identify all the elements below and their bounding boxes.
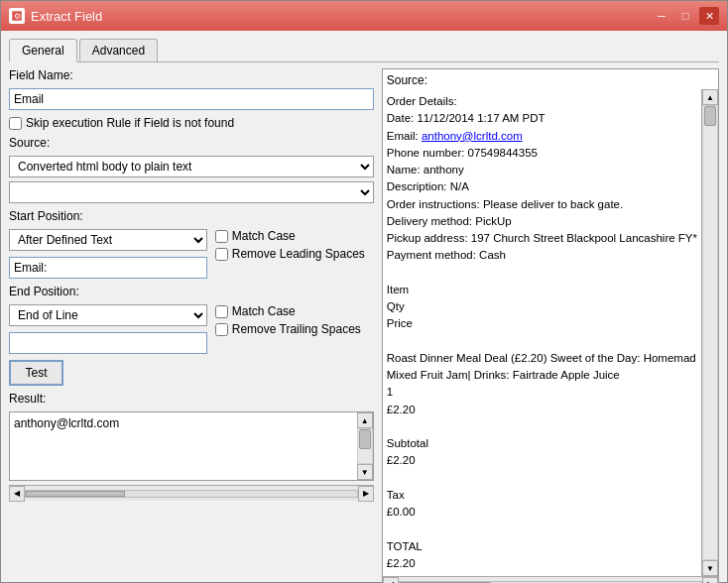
source-select[interactable]: Converted html body to plain text	[9, 156, 374, 177]
right-vscrollbar[interactable]: ▲ ▼	[701, 89, 718, 576]
source-line-15: Roast Dinner Meal Deal (£2.20) Sweet of …	[387, 350, 697, 367]
right-scroll-track[interactable]	[702, 105, 718, 560]
source-line-26: TOTAL	[387, 538, 697, 555]
minimize-button[interactable]: ─	[652, 7, 671, 25]
source-line-9: Payment method: Cash	[387, 247, 697, 264]
source-email-link: anthony@lcrltd.com	[422, 130, 523, 142]
source-line-21: £2.20	[387, 452, 697, 469]
source-line-10	[387, 265, 697, 282]
start-remove-leading-checkbox[interactable]	[215, 248, 228, 261]
window-content: General Advanced Field Name: Skip execut…	[1, 31, 727, 583]
field-name-input[interactable]	[9, 88, 374, 110]
source-line-6: Order instructions: Please deliver to ba…	[387, 196, 697, 213]
result-scroll-thumb	[359, 429, 371, 449]
start-match-case-row: Match Case	[215, 229, 374, 243]
end-remove-trailing-label: Remove Trailing Spaces	[232, 322, 361, 336]
tab-general[interactable]: General	[9, 39, 77, 62]
end-match-case-row: Match Case	[215, 304, 374, 318]
source-group: Source: Converted html body to plain tex…	[9, 136, 374, 203]
source-line-12: Qty	[387, 298, 697, 315]
tab-bar: General Advanced	[9, 39, 719, 62]
right-hscrollbar[interactable]: ◀ ▶	[383, 576, 718, 583]
result-content: anthony@lcrltd.com	[10, 412, 357, 480]
source-line-13: Price	[387, 315, 697, 332]
field-name-group: Field Name:	[9, 68, 374, 110]
skip-execution-checkbox[interactable]	[9, 117, 22, 130]
source-label: Source:	[9, 136, 374, 150]
source-line-7: Delivery method: PickUp	[387, 213, 697, 230]
start-position-left: Start Position: After Defined Text	[9, 209, 207, 279]
source-line-19	[387, 418, 697, 435]
result-hscroll-track[interactable]	[25, 490, 358, 498]
source-line-24: £0.00	[387, 504, 697, 521]
right-source-label: Source:	[383, 69, 718, 89]
end-position-left: End Position: End of Line	[9, 285, 207, 354]
right-hscroll-left[interactable]: ◀	[383, 577, 399, 584]
source-line-2: Email: anthony@lcrltd.com	[387, 128, 697, 145]
left-panel: Field Name: Skip execution Rule if Field…	[9, 68, 374, 583]
end-remove-trailing-checkbox[interactable]	[215, 323, 228, 336]
source-line-27: £2.20	[387, 555, 697, 572]
end-defined-text-input[interactable]	[9, 332, 207, 354]
skip-execution-label: Skip execution Rule if Field is not foun…	[26, 116, 234, 130]
right-source-content: Order Details: Date: 11/12/2014 1:17 AM …	[383, 89, 701, 576]
end-match-case-checkbox[interactable]	[215, 305, 228, 318]
start-position-label: Start Position:	[9, 209, 207, 223]
source-line-5: Description: N/A	[387, 178, 697, 195]
end-remove-trailing-row: Remove Trailing Spaces	[215, 322, 374, 336]
source-line-4: Name: anthony	[387, 162, 697, 178]
result-group: Result: anthony@lcrltd.com ▲ ▼	[9, 392, 374, 583]
svg-text:⚙: ⚙	[14, 12, 21, 21]
result-box: anthony@lcrltd.com ▲ ▼	[9, 411, 374, 481]
start-match-case-checkbox[interactable]	[215, 230, 228, 243]
source-line-25	[387, 521, 697, 537]
title-bar-left: ⚙ Extract Field	[9, 8, 102, 24]
result-scroll-track[interactable]	[357, 428, 373, 464]
field-name-label: Field Name:	[9, 68, 374, 82]
test-button[interactable]: Test	[9, 360, 63, 386]
result-scroll-up[interactable]: ▲	[357, 412, 373, 428]
start-position-right: Match Case Remove Leading Spaces	[215, 209, 374, 261]
end-position-right: Match Case Remove Trailing Spaces	[215, 285, 374, 336]
end-position-row: End Position: End of Line Match Case	[9, 285, 374, 354]
main-area: Field Name: Skip execution Rule if Field…	[9, 68, 719, 583]
start-position-row: Start Position: After Defined Text Match…	[9, 209, 374, 279]
source-line-3: Phone number: 07549844355	[387, 145, 697, 162]
source-line-20: Subtotal	[387, 435, 697, 452]
result-value: anthony@lcrltd.com	[14, 416, 119, 430]
source-line-16: Mixed Fruit Jam| Drinks: Fairtrade Apple…	[387, 367, 697, 384]
window-title: Extract Field	[31, 9, 102, 24]
source-line-22	[387, 470, 697, 487]
title-controls: ─ □ ✕	[652, 7, 719, 25]
result-hscrollbar[interactable]: ◀ ▶	[9, 485, 374, 501]
end-position-label: End Position:	[9, 285, 207, 298]
right-scroll-up[interactable]: ▲	[702, 89, 718, 105]
start-remove-leading-row: Remove Leading Spaces	[215, 247, 374, 261]
right-hscroll-right[interactable]: ▶	[702, 577, 718, 584]
app-icon: ⚙	[9, 8, 25, 24]
close-button[interactable]: ✕	[699, 7, 719, 25]
main-window: ⚙ Extract Field ─ □ ✕ General Advanced	[0, 0, 728, 583]
source-secondary-select[interactable]	[9, 181, 374, 203]
source-line-17: 1	[387, 384, 697, 401]
end-match-case-label: Match Case	[232, 304, 296, 318]
source-line-0: Order Details:	[387, 93, 697, 110]
start-defined-text-input[interactable]	[9, 257, 207, 279]
title-bar: ⚙ Extract Field ─ □ ✕	[1, 1, 727, 31]
result-hscroll-right[interactable]: ▶	[358, 486, 374, 502]
source-line-18: £2.20	[387, 402, 697, 418]
maximize-button[interactable]: □	[675, 7, 695, 25]
right-scroll-down[interactable]: ▼	[702, 560, 718, 576]
result-hscroll-thumb	[26, 491, 125, 497]
result-scroll-down[interactable]: ▼	[357, 464, 373, 480]
source-text-block: Order Details: Date: 11/12/2014 1:17 AM …	[387, 93, 697, 572]
result-label: Result:	[9, 392, 374, 406]
result-vscrollbar[interactable]: ▲ ▼	[357, 412, 373, 480]
result-hscroll-left[interactable]: ◀	[9, 486, 25, 502]
start-match-case-label: Match Case	[232, 229, 296, 243]
source-line-1: Date: 11/12/2014 1:17 AM PDT	[387, 110, 697, 127]
tab-advanced[interactable]: Advanced	[79, 39, 158, 61]
skip-execution-row: Skip execution Rule if Field is not foun…	[9, 116, 374, 130]
end-position-select[interactable]: End of Line	[9, 304, 207, 326]
start-position-select[interactable]: After Defined Text	[9, 229, 207, 251]
